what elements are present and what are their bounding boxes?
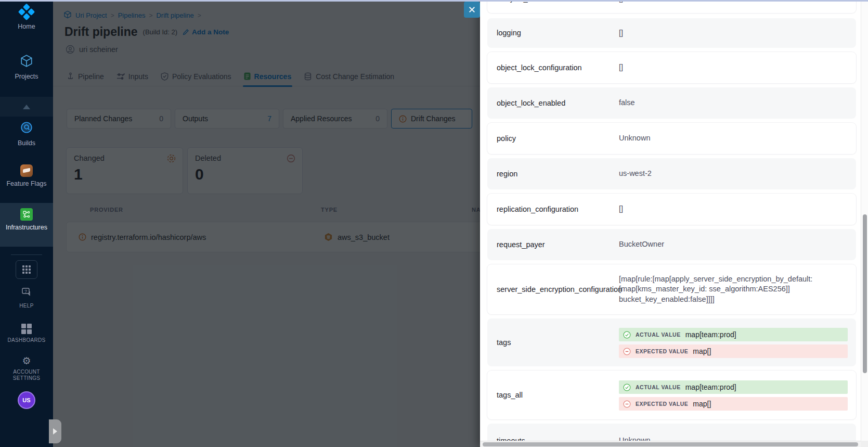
drift-details-drawer: lifecycle_rule [] logging [] object_lock… [480,0,868,447]
drawer-close-button[interactable] [464,2,480,18]
sidebar-item-infrastructures[interactable]: Infrastructures [0,203,53,247]
expected-value-label: EXPECTED VALUE [636,401,688,407]
sidebar-item-label: Builds [18,139,35,147]
actual-value-label: ACTUAL VALUE [636,384,681,390]
minus-circle-icon [623,400,631,408]
vertical-scrollbar[interactable] [861,2,868,447]
attribute-row: request_payer BucketOwner [487,229,856,260]
sidebar-scroll-up[interactable] [0,97,53,117]
sidebar-divider [11,254,42,255]
grid-icon [22,265,31,274]
sidebar-item-dashboards[interactable]: DASHBOARDS [0,324,53,343]
close-icon [468,6,476,14]
svg-text:?: ? [24,289,27,294]
attribute-value: false [619,98,635,108]
attribute-key: tags_all [497,390,523,400]
sidebar-item-home[interactable]: Home [0,6,53,30]
sidebar-item-label: DASHBOARDS [7,337,45,343]
attribute-row-drift: tags ACTUAL VALUE map[team:prod] EXPECTE… [487,318,856,366]
builds-icon [20,121,33,136]
attribute-row: object_lock_configuration [] [487,52,856,83]
chat-icon: ? [21,287,32,300]
sidebar-item-label: Infrastructures [6,224,47,231]
attribute-key: object_lock_enabled [497,98,565,108]
attribute-key: policy [497,134,516,143]
attribute-row: replication_configuration [] [487,194,856,225]
flag-icon [20,164,33,177]
attribute-row: object_lock_enabled false [487,87,856,119]
dashboards-icon [21,324,32,334]
minus-circle-icon [623,348,631,355]
attribute-key: request_payer [497,240,545,249]
expected-value: map[] [693,347,711,355]
attribute-value: Unknown [619,133,650,144]
attribute-row-partial: lifecycle_rule [] [487,0,856,13]
sidebar-item-account-settings[interactable]: ⚙ ACCOUNT SETTINGS [0,356,53,381]
drawer-overlay[interactable] [53,0,480,447]
check-circle-icon [623,331,631,339]
expected-value: map[] [693,400,711,408]
sidebar-item-builds[interactable]: Builds [0,121,53,147]
horizontal-scrollbar[interactable] [480,441,861,447]
gear-icon: ⚙ [22,356,31,366]
horizontal-scrollbar-thumb[interactable] [483,442,858,446]
harness-logo-icon [20,6,33,20]
attribute-value: [] [619,28,623,39]
sidebar-item-label: ACCOUNT SETTINGS [8,369,45,381]
infrastructure-icon [20,208,33,221]
cube-icon [20,54,33,70]
attribute-key: server_side_encryption_configuration [497,285,616,294]
attribute-row: server_side_encryption_configuration [ma… [487,264,856,314]
attribute-key: object_lock_configuration [497,63,582,72]
actual-value: map[team:prod] [685,383,736,391]
check-circle-icon [623,384,631,391]
attribute-row: region us-west-2 [487,158,856,189]
actual-value: map[team:prod] [685,330,736,339]
sidebar-item-help[interactable]: ? HELP [0,287,53,309]
attribute-row: policy Unknown [487,123,856,154]
vertical-scrollbar-thumb[interactable] [863,214,867,373]
attribute-value: us-west-2 [619,169,652,179]
sidebar-item-label: Home [18,23,35,30]
sidebar-item-feature-flags[interactable]: Feature Flags [0,164,53,187]
actual-value-badge: ACTUAL VALUE map[team:prod] [619,380,848,394]
chevron-right-icon [53,428,57,435]
app-root: Home Projects Builds Feature Flags [0,0,868,447]
attribute-key: replication_configuration [497,205,578,214]
attribute-row: logging [] [487,18,856,48]
chevron-up-icon [23,105,30,109]
expected-value-badge: EXPECTED VALUE map[] [619,397,848,411]
top-strip [0,0,868,2]
attribute-value: [map[rule:[map[apply_server_side_encrypt… [619,274,831,305]
expected-value-badge: EXPECTED VALUE map[] [619,344,848,358]
attribute-key: tags [497,338,511,347]
sidebar: Home Projects Builds Feature Flags [0,0,53,447]
expected-value-label: EXPECTED VALUE [636,348,688,354]
sidebar-item-projects[interactable]: Projects [0,54,53,80]
module-grid-button[interactable] [16,260,37,279]
user-avatar[interactable]: US [18,391,35,409]
attribute-row-drift: tags_all ACTUAL VALUE map[team:prod] EXP… [487,371,856,419]
sidebar-item-label: Feature Flags [6,180,46,187]
sidebar-item-label: HELP [19,303,33,309]
sidebar-expand-handle[interactable] [49,419,61,443]
actual-value-badge: ACTUAL VALUE map[team:prod] [619,328,848,341]
attribute-key: logging [497,28,521,37]
attribute-key: region [497,169,517,178]
attribute-value: [] [619,204,623,214]
scrollbar-corner [861,441,868,447]
sidebar-item-label: Projects [15,73,38,80]
attribute-value: [] [619,62,623,73]
attribute-value: BucketOwner [619,239,664,250]
actual-value-label: ACTUAL VALUE [636,331,681,338]
